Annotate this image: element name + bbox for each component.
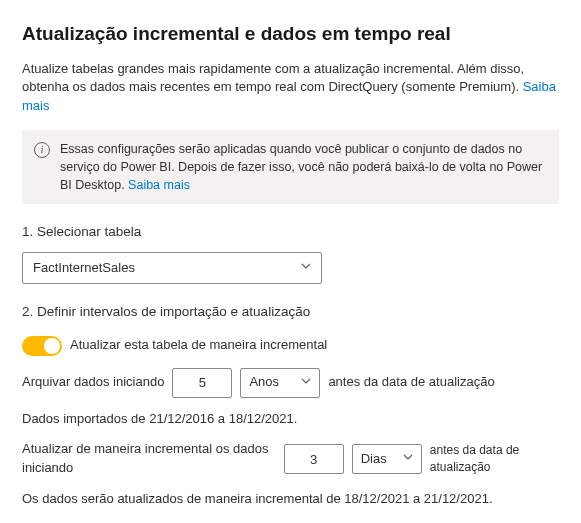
table-select-value: FactInternetSales (33, 259, 135, 278)
chevron-down-icon (301, 378, 311, 388)
dialog-title: Atualização incremental e dados em tempo… (22, 20, 559, 48)
step2-label: 2. Definir intervalos de importação e at… (22, 302, 559, 322)
refresh-suffix: antes da data de atualização (430, 442, 559, 477)
archive-value-input[interactable] (172, 368, 232, 398)
info-icon: i (34, 142, 50, 158)
refresh-note: Os dados serão atualizados de maneira in… (22, 490, 559, 509)
refresh-prefix: Atualizar de maneira incremental os dado… (22, 440, 276, 478)
archive-prefix: Arquivar dados iniciando (22, 373, 164, 392)
refresh-unit-dropdown[interactable]: Dias (352, 444, 422, 474)
banner-content: Essas configurações serão aplicadas quan… (60, 140, 547, 194)
info-banner: i Essas configurações serão aplicadas qu… (22, 130, 559, 204)
intro-text: Atualize tabelas grandes mais rapidament… (22, 61, 524, 95)
table-select-dropdown[interactable]: FactInternetSales (22, 252, 322, 284)
imported-note: Dados importados de 21/12/2016 a 18/12/2… (22, 410, 559, 429)
toggle-label: Atualizar esta tabela de maneira increme… (70, 336, 327, 355)
chevron-down-icon (403, 454, 413, 464)
archive-row: Arquivar dados iniciando Anos antes da d… (22, 368, 559, 398)
chevron-down-icon (301, 263, 311, 273)
archive-unit-dropdown[interactable]: Anos (240, 368, 320, 398)
archive-unit-value: Anos (249, 373, 279, 392)
step1-label: 1. Selecionar tabela (22, 222, 559, 242)
archive-suffix: antes da data de atualização (328, 373, 494, 392)
toggle-row: Atualizar esta tabela de maneira increme… (22, 336, 559, 356)
refresh-unit-value: Dias (361, 450, 387, 469)
intro-paragraph: Atualize tabelas grandes mais rapidament… (22, 60, 559, 117)
banner-learn-more-link[interactable]: Saiba mais (128, 178, 190, 192)
refresh-value-input[interactable] (284, 444, 344, 474)
refresh-row: Atualizar de maneira incremental os dado… (22, 440, 559, 478)
incremental-toggle[interactable] (22, 336, 62, 356)
